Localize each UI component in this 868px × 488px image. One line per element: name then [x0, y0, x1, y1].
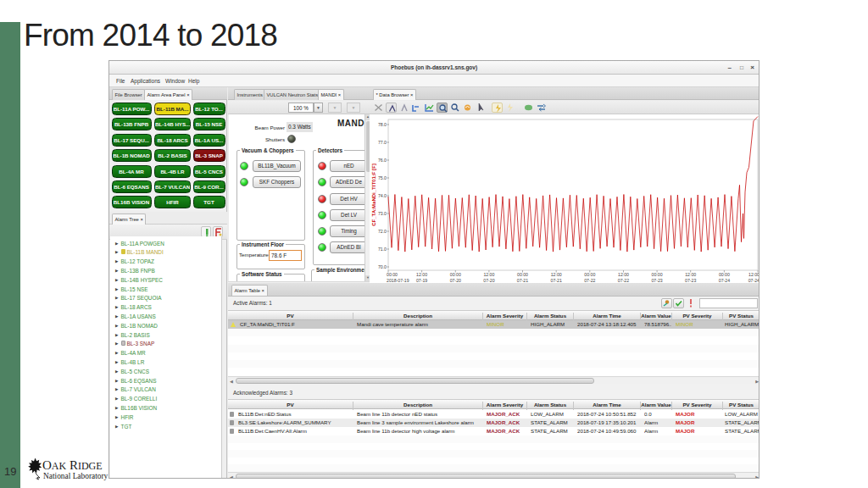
- svg-text:75.0: 75.0: [378, 175, 387, 180]
- svg-text:12:00: 12:00: [685, 272, 696, 277]
- svg-text:National Laboratory: National Laboratory: [43, 472, 108, 480]
- svg-text:12:00: 12:00: [551, 272, 562, 277]
- svg-text:73.0: 73.0: [378, 211, 387, 216]
- svg-text:00:00: 00:00: [450, 272, 461, 277]
- svg-text:00:00: 00:00: [387, 272, 398, 277]
- svg-text:78.0: 78.0: [378, 122, 387, 127]
- svg-text:12:00: 12:00: [483, 272, 494, 277]
- svg-text:00:00: 00:00: [652, 272, 663, 277]
- svg-text:71.0: 71.0: [378, 247, 387, 252]
- svg-text:12:00: 12:00: [748, 272, 760, 277]
- svg-text:12:00: 12:00: [618, 272, 629, 277]
- svg-text:70.0: 70.0: [378, 264, 387, 269]
- svg-text:00:00: 00:00: [719, 272, 730, 277]
- svg-text:74.0: 74.0: [378, 193, 387, 198]
- svg-text:77.0: 77.0: [378, 140, 387, 145]
- svg-text:CF_TA:MaNDi_TIT01:F [F]: CF_TA:MaNDi_TIT01:F [F]: [371, 164, 376, 226]
- svg-text:72.0: 72.0: [378, 229, 387, 234]
- svg-text:12:00: 12:00: [416, 272, 427, 277]
- svg-text:00:00: 00:00: [584, 272, 595, 277]
- svg-text:00:00: 00:00: [517, 272, 528, 277]
- svg-text:76.0: 76.0: [378, 158, 387, 163]
- svg-text:OAK RIDGE: OAK RIDGE: [42, 458, 103, 472]
